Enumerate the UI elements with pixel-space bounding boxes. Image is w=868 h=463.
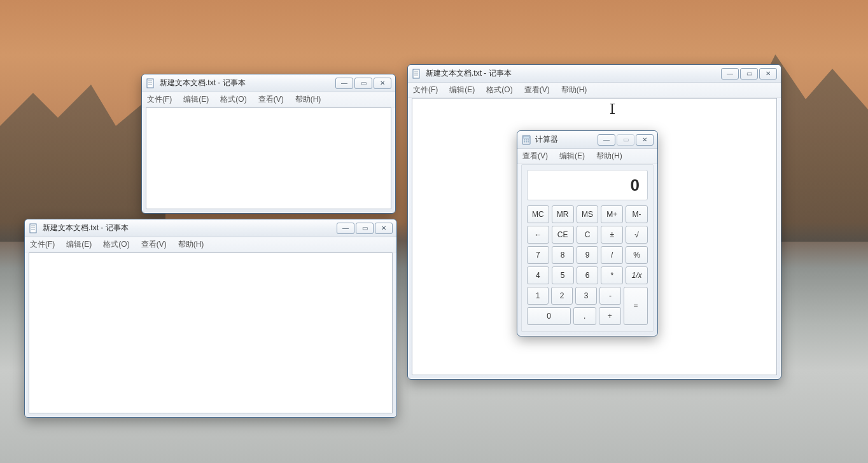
btn-0[interactable]: 0 bbox=[527, 307, 571, 325]
titlebar[interactable]: 计算器 — ▭ ✕ bbox=[517, 131, 657, 149]
btn-percent[interactable]: % bbox=[626, 246, 648, 264]
menu-view[interactable]: 查看(V) bbox=[521, 149, 549, 163]
menu-format[interactable]: 格式(O) bbox=[219, 93, 248, 106]
maximize-button[interactable]: ▭ bbox=[617, 134, 634, 146]
menu-edit[interactable]: 编辑(E) bbox=[448, 83, 476, 97]
titlebar[interactable]: 新建文本文档.txt - 记事本 — ▭ ✕ bbox=[142, 74, 395, 92]
btn-multiply[interactable]: * bbox=[601, 266, 623, 284]
notepad-icon bbox=[146, 78, 156, 88]
menu-edit[interactable]: 编辑(E) bbox=[558, 149, 586, 163]
btn-sqrt[interactable]: √ bbox=[626, 226, 648, 244]
svg-point-17 bbox=[524, 141, 525, 142]
menu-view[interactable]: 查看(V) bbox=[140, 238, 168, 251]
svg-point-18 bbox=[526, 141, 527, 142]
maximize-button[interactable]: ▭ bbox=[740, 68, 758, 79]
btn-reciprocal[interactable]: 1/x bbox=[626, 266, 648, 284]
btn-ms[interactable]: MS bbox=[577, 205, 599, 223]
btn-5[interactable]: 5 bbox=[552, 266, 574, 284]
memory-row: MC MR MS M+ M- bbox=[527, 205, 648, 223]
btn-minus[interactable]: - bbox=[599, 287, 621, 305]
calculator-window[interactable]: 计算器 — ▭ ✕ 查看(V) 编辑(E) 帮助(H) 0 MC MR MS M… bbox=[517, 130, 658, 336]
menu-edit[interactable]: 编辑(E) bbox=[182, 93, 210, 106]
btn-ce[interactable]: CE bbox=[552, 226, 574, 244]
menu-view[interactable]: 查看(V) bbox=[523, 83, 551, 97]
btn-3[interactable]: 3 bbox=[575, 287, 597, 305]
maximize-button[interactable]: ▭ bbox=[356, 223, 374, 234]
menu-file[interactable]: 文件(F) bbox=[412, 83, 439, 97]
btn-m-plus[interactable]: M+ bbox=[601, 205, 623, 223]
btn-mr[interactable]: MR bbox=[552, 205, 574, 223]
svg-point-19 bbox=[528, 141, 529, 142]
svg-rect-4 bbox=[30, 224, 36, 233]
notepad-icon bbox=[29, 223, 39, 233]
calculator-icon bbox=[521, 135, 531, 145]
window-title: 新建文本文档.txt - 记事本 bbox=[43, 223, 129, 233]
menu-format[interactable]: 格式(O) bbox=[102, 238, 130, 251]
svg-rect-8 bbox=[413, 69, 419, 78]
menu-help[interactable]: 帮助(H) bbox=[560, 83, 589, 97]
btn-plusminus[interactable]: ± bbox=[601, 226, 623, 244]
btn-mc[interactable]: MC bbox=[527, 205, 549, 223]
btn-reciprocal-label: 1/x bbox=[632, 271, 642, 280]
btn-m-minus[interactable]: M- bbox=[626, 205, 648, 223]
notepad-window-1[interactable]: 新建文本文档.txt - 记事本 — ▭ ✕ 文件(F) 编辑(E) 格式(O)… bbox=[141, 74, 396, 214]
btn-divide[interactable]: / bbox=[601, 246, 623, 264]
svg-rect-0 bbox=[147, 79, 153, 88]
menu-file[interactable]: 文件(F) bbox=[29, 238, 56, 251]
menubar: 文件(F) 编辑(E) 格式(O) 查看(V) 帮助(H) bbox=[408, 83, 781, 98]
menu-view[interactable]: 查看(V) bbox=[257, 93, 285, 106]
menu-format[interactable]: 格式(O) bbox=[485, 83, 514, 97]
calculator-display: 0 bbox=[527, 170, 648, 200]
btn-backspace[interactable]: ← bbox=[527, 226, 549, 244]
btn-equals[interactable]: = bbox=[624, 287, 648, 325]
menu-edit[interactable]: 编辑(E) bbox=[65, 238, 93, 251]
editor-area bbox=[29, 252, 393, 413]
menubar: 文件(F) 编辑(E) 格式(O) 查看(V) 帮助(H) bbox=[142, 92, 395, 107]
titlebar[interactable]: 新建文本文档.txt - 记事本 — ▭ ✕ bbox=[408, 65, 781, 83]
btn-8[interactable]: 8 bbox=[552, 246, 574, 264]
btn-1[interactable]: 1 bbox=[527, 287, 549, 305]
text-cursor-ibeam bbox=[612, 104, 613, 114]
menu-help[interactable]: 帮助(H) bbox=[595, 149, 624, 163]
btn-2[interactable]: 2 bbox=[551, 287, 573, 305]
calculator-body: 0 MC MR MS M+ M- ← CE C ± √ 7 8 9 / % 4 … bbox=[521, 164, 654, 332]
window-title: 计算器 bbox=[535, 134, 558, 145]
svg-point-14 bbox=[524, 139, 525, 141]
btn-c[interactable]: C bbox=[577, 226, 599, 244]
background-mountain bbox=[0, 76, 165, 242]
text-editor[interactable] bbox=[29, 253, 392, 413]
close-button[interactable]: ✕ bbox=[375, 223, 393, 234]
btn-plus[interactable]: + bbox=[599, 307, 622, 325]
btn-4[interactable]: 4 bbox=[527, 266, 549, 284]
maximize-button[interactable]: ▭ bbox=[354, 78, 372, 89]
window-title: 新建文本文档.txt - 记事本 bbox=[426, 68, 512, 79]
notepad-icon bbox=[412, 69, 422, 79]
close-button[interactable]: ✕ bbox=[759, 68, 777, 79]
minimize-button[interactable]: — bbox=[335, 78, 353, 89]
svg-point-15 bbox=[526, 139, 527, 141]
menu-file[interactable]: 文件(F) bbox=[146, 93, 173, 106]
close-button[interactable]: ✕ bbox=[374, 78, 391, 89]
svg-point-16 bbox=[528, 139, 529, 141]
menubar: 查看(V) 编辑(E) 帮助(H) bbox=[517, 149, 657, 164]
btn-6[interactable]: 6 bbox=[577, 266, 599, 284]
titlebar[interactable]: 新建文本文档.txt - 记事本 — ▭ ✕ bbox=[25, 219, 396, 237]
text-editor[interactable] bbox=[146, 108, 391, 209]
btn-7[interactable]: 7 bbox=[527, 246, 549, 264]
notepad-window-2[interactable]: 新建文本文档.txt - 记事本 — ▭ ✕ 文件(F) 编辑(E) 格式(O)… bbox=[24, 219, 397, 418]
menu-help[interactable]: 帮助(H) bbox=[294, 93, 323, 106]
btn-9[interactable]: 9 bbox=[577, 246, 599, 264]
minimize-button[interactable]: — bbox=[598, 134, 615, 146]
window-title: 新建文本文档.txt - 记事本 bbox=[160, 78, 246, 88]
svg-rect-13 bbox=[524, 136, 529, 138]
btn-decimal[interactable]: . bbox=[573, 307, 596, 325]
minimize-button[interactable]: — bbox=[721, 68, 739, 79]
minimize-button[interactable]: — bbox=[337, 223, 354, 234]
menu-help[interactable]: 帮助(H) bbox=[177, 238, 206, 251]
menubar: 文件(F) 编辑(E) 格式(O) 查看(V) 帮助(H) bbox=[25, 237, 396, 252]
editor-area bbox=[146, 107, 391, 209]
close-button[interactable]: ✕ bbox=[636, 134, 654, 146]
